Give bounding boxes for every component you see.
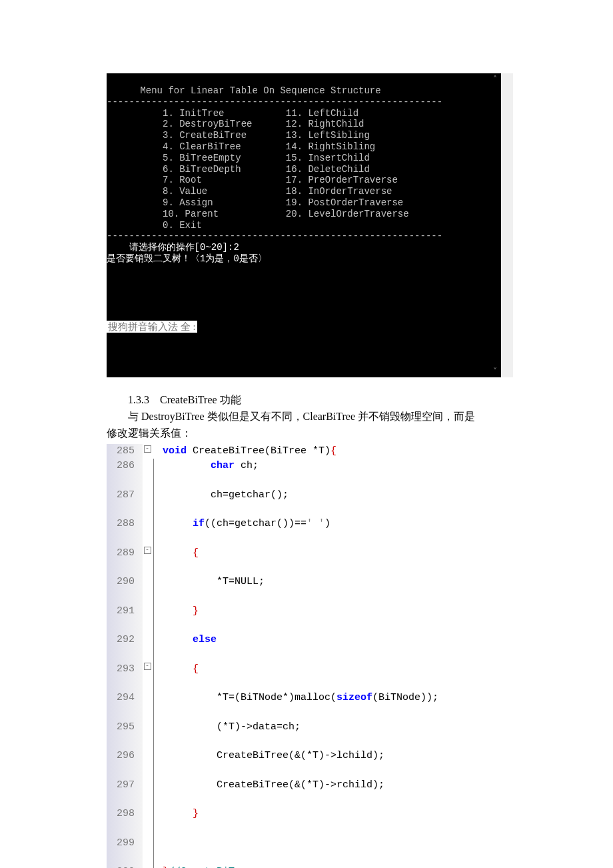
indent-guide	[152, 720, 163, 749]
code-text: }//CreateBiTree	[163, 865, 500, 868]
code-text: {	[163, 662, 500, 691]
code-line: 292 else	[107, 633, 500, 662]
indent-guide	[152, 778, 163, 807]
fold-gutter: -	[143, 444, 152, 459]
code-line: 291 }	[107, 604, 500, 633]
fold-gutter	[143, 633, 152, 662]
fold-gutter	[143, 720, 152, 749]
indent-guide	[152, 604, 163, 633]
code-text: if((ch=getchar())==' ')	[163, 517, 500, 546]
code-line: 298 }	[107, 807, 500, 836]
indent-guide	[152, 691, 163, 720]
fold-gutter	[143, 691, 152, 720]
console-window: ˄ ˅ Menu for Linear Table On Sequence St…	[107, 73, 513, 377]
line-number: 288	[107, 517, 143, 546]
fold-gutter	[143, 575, 152, 604]
fold-minus-icon[interactable]: -	[144, 663, 151, 670]
code-text	[163, 836, 500, 865]
indent-guide	[152, 662, 163, 691]
line-number: 294	[107, 691, 143, 720]
scrollbar-down-icon[interactable]: ˅	[491, 367, 499, 376]
line-number: 295	[107, 720, 143, 749]
code-line: 293- {	[107, 662, 500, 691]
code-line: 290 *T=NULL;	[107, 575, 500, 604]
code-text: CreateBiTree(&(*T)->rchild);	[163, 778, 500, 807]
indent-guide	[152, 575, 163, 604]
code-line: 296 CreateBiTree(&(*T)->lchild);	[107, 749, 500, 778]
code-text: CreateBiTree(&(*T)->lchild);	[163, 749, 500, 778]
code-text: }	[163, 807, 500, 836]
fold-gutter	[143, 488, 152, 517]
fold-gutter	[143, 778, 152, 807]
line-number: 285	[107, 444, 143, 459]
line-number: 299	[107, 836, 143, 865]
code-text: else	[163, 633, 500, 662]
indent-guide	[152, 807, 163, 836]
line-number: 298	[107, 807, 143, 836]
scrollbar-up-icon[interactable]: ˄	[491, 75, 499, 84]
code-line: 295 (*T)->data=ch;	[107, 720, 500, 749]
indent-guide	[152, 546, 163, 575]
section-heading: 1.3.3 CreateBiTree 功能	[107, 392, 513, 409]
fold-gutter	[143, 749, 152, 778]
paragraph-line: 与 DestroyBiTree 类似但是又有不同，ClearBiTree 并不销…	[107, 409, 513, 425]
line-number: 289	[107, 546, 143, 575]
fold-gutter	[143, 836, 152, 865]
line-number: 297	[107, 778, 143, 807]
indent-guide	[152, 517, 163, 546]
fold-minus-icon[interactable]: -	[144, 445, 151, 453]
code-line: 299	[107, 836, 500, 865]
line-number: 296	[107, 749, 143, 778]
code-text: *T=(BiTNode*)malloc(sizeof(BiTNode));	[163, 691, 500, 720]
indent-guide	[152, 633, 163, 662]
code-line: 289- {	[107, 546, 500, 575]
indent-guide	[152, 459, 163, 488]
line-number: 290	[107, 575, 143, 604]
fold-gutter	[143, 604, 152, 633]
fold-minus-icon[interactable]: -	[144, 547, 151, 554]
code-line: 300 }//CreateBiTree	[107, 865, 500, 868]
indent-guide	[152, 865, 163, 868]
line-number: 293	[107, 662, 143, 691]
indent-guide	[152, 444, 163, 459]
fold-gutter	[143, 517, 152, 546]
fold-gutter: -	[143, 546, 152, 575]
ime-status-bar: 搜狗拼音输入法 全 :	[107, 321, 197, 333]
code-editor: 285-void CreateBiTree(BiTree *T){286 cha…	[107, 444, 500, 868]
code-text: }	[163, 604, 500, 633]
fold-gutter	[143, 807, 152, 836]
line-number: 291	[107, 604, 143, 633]
paragraph-line: 修改逻辑关系值：	[107, 427, 192, 439]
fold-gutter: -	[143, 662, 152, 691]
fold-gutter	[143, 865, 152, 868]
console-output: Menu for Linear Table On Sequence Struct…	[107, 73, 501, 377]
fold-gutter	[143, 459, 152, 488]
code-text: char ch;	[163, 459, 500, 488]
line-number: 287	[107, 488, 143, 517]
line-number: 300	[107, 865, 143, 868]
code-line: 286 char ch;	[107, 459, 500, 488]
code-line: 287 ch=getchar();	[107, 488, 500, 517]
line-number: 286	[107, 459, 143, 488]
indent-guide	[152, 488, 163, 517]
line-number: 292	[107, 633, 143, 662]
code-text: {	[163, 546, 500, 575]
code-line: 288 if((ch=getchar())==' ')	[107, 517, 500, 546]
code-text: *T=NULL;	[163, 575, 500, 604]
code-text: void CreateBiTree(BiTree *T){	[163, 444, 500, 459]
indent-guide	[152, 749, 163, 778]
code-text: ch=getchar();	[163, 488, 500, 517]
document-body: 1.3.3 CreateBiTree 功能 与 DestroyBiTree 类似…	[107, 392, 513, 441]
code-line: 297 CreateBiTree(&(*T)->rchild);	[107, 778, 500, 807]
code-line: 294 *T=(BiTNode*)malloc(sizeof(BiTNode))…	[107, 691, 500, 720]
code-line: 285-void CreateBiTree(BiTree *T){	[107, 444, 500, 459]
code-text: (*T)->data=ch;	[163, 720, 500, 749]
indent-guide	[152, 836, 163, 865]
